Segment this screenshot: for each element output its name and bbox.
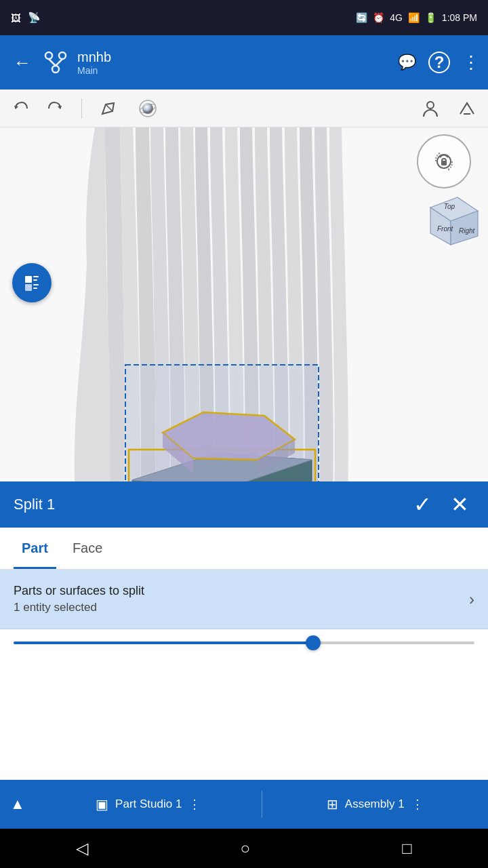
- secondary-toolbar: [0, 90, 488, 127]
- svg-text:Front: Front: [437, 225, 454, 233]
- home-nav-button[interactable]: ○: [224, 833, 266, 863]
- person-button[interactable]: [418, 96, 443, 121]
- slider-thumb[interactable]: [306, 635, 321, 650]
- canvas-area[interactable]: Top Front Right Split 1 ✓ ✕ Part: [0, 127, 488, 656]
- photo-icon: 🖼: [11, 12, 21, 24]
- wifi-icon: 🔄: [356, 12, 367, 23]
- appbar-right-icons: 💬 ? ⋮: [398, 52, 480, 73]
- svg-point-0: [45, 52, 52, 59]
- lock-rotate-button[interactable]: [417, 134, 471, 189]
- parts-row-text: Parts or surfaces to split 1 entity sele…: [14, 584, 469, 614]
- branch-icon: [43, 50, 68, 75]
- help-button[interactable]: ?: [428, 52, 450, 73]
- more-button[interactable]: ⋮: [462, 52, 480, 73]
- parts-row[interactable]: Parts or surfaces to split 1 entity sele…: [0, 570, 488, 629]
- assembly-tab[interactable]: ⊞ Assembly 1 ⋮: [262, 780, 489, 829]
- svg-line-4: [56, 59, 62, 66]
- nav-bar: ◁ ○ □: [0, 829, 488, 868]
- sketch-button[interactable]: [96, 96, 121, 121]
- back-button[interactable]: ←: [8, 47, 37, 79]
- orientation-widget[interactable]: Top Front Right: [407, 134, 481, 263]
- tab-part[interactable]: Part: [14, 528, 56, 569]
- split-panel-title: Split 1: [14, 496, 400, 513]
- app-title: mnhb: [77, 50, 391, 65]
- title-area: mnhb Main: [77, 50, 391, 76]
- svg-rect-33: [33, 284, 39, 285]
- part-studio-label: Part Studio 1: [115, 797, 182, 811]
- parts-row-label: Parts or surfaces to split: [14, 584, 469, 598]
- time-label: 1:08 PM: [442, 12, 477, 23]
- svg-rect-29: [25, 276, 32, 283]
- svg-line-3: [49, 59, 56, 66]
- assembly-icon: ⊞: [327, 796, 338, 812]
- part-studio-icon: ▣: [96, 796, 108, 812]
- part-studio-tab[interactable]: ▣ Part Studio 1 ⋮: [35, 780, 262, 829]
- slider-track[interactable]: [14, 642, 474, 644]
- toolbar-divider: [81, 98, 82, 119]
- recents-nav-button[interactable]: □: [386, 833, 428, 863]
- bottom-tabs-bar: ▲ ▣ Part Studio 1 ⋮ ⊞ Assembly 1 ⋮: [0, 780, 488, 829]
- svg-rect-32: [33, 279, 37, 281]
- collapse-button[interactable]: ▲: [0, 780, 35, 829]
- svg-point-8: [427, 102, 434, 108]
- slider-area[interactable]: [0, 629, 488, 656]
- split-panel-content: Parts or surfaces to split 1 entity sele…: [0, 570, 488, 629]
- assembly-menu[interactable]: ⋮: [411, 797, 424, 812]
- measure-button[interactable]: [454, 96, 480, 121]
- app-bar: ← mnhb Main 💬 ? ⋮: [0, 35, 488, 90]
- part-studio-menu[interactable]: ⋮: [188, 797, 201, 812]
- battery-icon: 🔋: [425, 12, 436, 23]
- feature-list-button[interactable]: [12, 263, 52, 302]
- svg-point-2: [52, 66, 59, 73]
- svg-point-7: [142, 103, 153, 114]
- svg-rect-31: [33, 276, 39, 277]
- comment-button[interactable]: 💬: [398, 54, 416, 71]
- close-button[interactable]: ✕: [445, 489, 474, 520]
- network-label: 4G: [390, 12, 403, 23]
- back-nav-button[interactable]: ◁: [60, 833, 104, 863]
- redo-button[interactable]: [42, 96, 68, 121]
- svg-point-1: [59, 52, 66, 59]
- svg-text:Right: Right: [459, 227, 476, 235]
- split-panel-tabs: Part Face: [0, 528, 488, 570]
- right-tools: [418, 96, 480, 121]
- confirm-button[interactable]: ✓: [408, 489, 437, 520]
- split-panel: Split 1 ✓ ✕ Part Face Parts or surfaces …: [0, 481, 488, 656]
- split-panel-header: Split 1 ✓ ✕: [0, 481, 488, 528]
- app-subtitle: Main: [77, 65, 391, 76]
- tab-face[interactable]: Face: [64, 528, 110, 569]
- svg-rect-30: [25, 284, 32, 291]
- assembly-label: Assembly 1: [345, 797, 405, 811]
- signal-icon: 📶: [408, 12, 420, 23]
- render-button[interactable]: [135, 96, 161, 121]
- undo-redo-group: [8, 96, 68, 121]
- parts-row-value: 1 entity selected: [14, 601, 469, 614]
- undo-button[interactable]: [8, 96, 34, 121]
- status-bar: 🖼 📡 🔄 ⏰ 4G 📶 🔋 1:08 PM: [0, 0, 488, 35]
- collapse-icon: ▲: [10, 795, 25, 813]
- slider-fill: [14, 642, 313, 644]
- parts-row-chevron: ›: [469, 590, 474, 609]
- satellite-icon: 📡: [28, 12, 41, 24]
- alarm-icon: ⏰: [373, 12, 384, 23]
- svg-text:Top: Top: [444, 203, 455, 210]
- svg-rect-34: [33, 288, 37, 289]
